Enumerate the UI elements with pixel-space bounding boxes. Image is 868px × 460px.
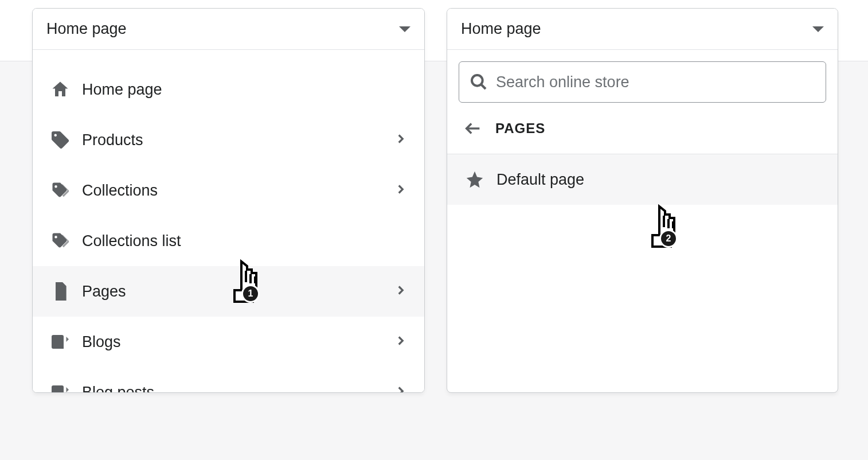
right-dropdown-panel: Home page PAGES Default page xyxy=(447,8,838,393)
menu-label: Collections xyxy=(82,182,393,200)
collections-icon xyxy=(49,179,72,202)
search-input[interactable] xyxy=(496,73,815,91)
menu-label: Collections list xyxy=(82,232,408,250)
chevron-right-icon xyxy=(393,131,408,149)
chevron-right-icon xyxy=(393,182,408,199)
left-selector-label: Home page xyxy=(46,20,399,38)
result-label: Default page xyxy=(496,171,584,189)
menu-item-blog-posts[interactable]: Blog posts xyxy=(33,367,424,392)
back-row[interactable]: PAGES xyxy=(447,103,838,154)
menu-label: Blogs xyxy=(82,333,393,351)
blog-icon xyxy=(49,330,72,353)
search-icon xyxy=(470,73,488,91)
menu-label: Pages xyxy=(82,283,393,301)
left-dropdown-panel: Home page Home page Products xyxy=(32,8,425,393)
menu-label: Home page xyxy=(82,81,408,99)
menu-item-collections[interactable]: Collections xyxy=(33,165,424,216)
page-icon xyxy=(49,280,72,303)
menu-label: Blog posts xyxy=(82,384,393,393)
search-box[interactable] xyxy=(459,61,826,103)
collections-list-icon xyxy=(49,229,72,252)
menu-item-blogs[interactable]: Blogs xyxy=(33,317,424,367)
arrow-left-icon xyxy=(463,119,483,138)
right-selector-header[interactable]: Home page xyxy=(447,9,838,50)
menu-label: Products xyxy=(82,131,393,149)
left-menu-list: Home page Products Collections xyxy=(33,64,424,392)
tag-icon xyxy=(49,128,72,151)
menu-item-pages[interactable]: Pages xyxy=(33,266,424,317)
search-wrap xyxy=(447,50,838,103)
result-item-default-page[interactable]: Default page xyxy=(447,154,838,205)
back-label: PAGES xyxy=(495,120,545,137)
star-icon xyxy=(463,168,486,191)
right-selector-label: Home page xyxy=(461,20,812,38)
home-icon xyxy=(49,78,72,101)
blog-posts-icon xyxy=(49,381,72,392)
chevron-right-icon xyxy=(393,283,408,300)
chevron-right-icon xyxy=(393,333,408,350)
menu-item-collections-list[interactable]: Collections list xyxy=(33,216,424,266)
caret-down-icon xyxy=(399,26,410,32)
left-selector-header[interactable]: Home page xyxy=(33,9,424,50)
svg-point-0 xyxy=(472,75,483,86)
menu-item-products[interactable]: Products xyxy=(33,115,424,165)
menu-item-home[interactable]: Home page xyxy=(33,64,424,115)
caret-down-icon xyxy=(812,26,824,32)
chevron-right-icon xyxy=(393,384,408,392)
